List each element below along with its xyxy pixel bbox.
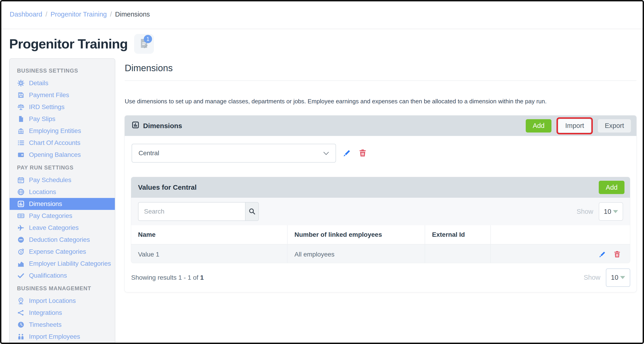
footer-page-size-select[interactable]: 10 (606, 268, 630, 287)
floppy-disk-icon (17, 91, 25, 99)
search-input[interactable] (138, 202, 245, 221)
notes-count-badge: 1 (144, 35, 152, 43)
sidebar-item-label: Leave Categories (29, 224, 78, 232)
sidebar-item-integrations[interactable]: Integrations (10, 307, 115, 319)
sidebar-item-import-employees[interactable]: Import Employees (10, 331, 115, 342)
sidebar-item-chart-of-accounts[interactable]: Chart Of Accounts (10, 137, 115, 149)
map-pin-icon (17, 297, 25, 305)
table-row: Value 1 All employees (131, 244, 630, 263)
results-total: 1 (200, 274, 204, 281)
header-divider (2, 29, 642, 29)
chevron-down-icon (323, 150, 329, 157)
sidebar-item-label: Deduction Categories (29, 236, 90, 244)
page-size-select[interactable]: 10 (599, 202, 623, 221)
page-size-value: 10 (604, 208, 611, 216)
list-icon (17, 139, 25, 147)
sidebar-item-label: Opening Balances (29, 151, 81, 158)
import-button-highlight-annotation: Import (556, 117, 593, 134)
sidebar-item-label: Dimensions (29, 200, 62, 208)
search-icon (248, 208, 256, 216)
linked-employees-cell: All employees (288, 244, 425, 263)
caret-down-icon (620, 276, 625, 279)
sidebar-item-payment-files[interactable]: Payment Files (10, 89, 115, 101)
bar-chart-icon (17, 200, 25, 208)
results-footer: Showing results 1 - 1 of 1 Show 10 (131, 263, 630, 292)
sidebar-item-leave-categories[interactable]: Leave Categories (10, 222, 115, 234)
plane-icon (17, 224, 25, 232)
edit-value-button[interactable] (598, 250, 606, 259)
sidebar-item-pay-categories[interactable]: Pay Categories (10, 210, 115, 222)
scales-icon (17, 103, 25, 111)
sidebar-item-label: Payment Files (29, 92, 69, 99)
sidebar-section-business-settings: BUSINESS SETTINGS (10, 68, 115, 74)
sidebar-item-label: Employer Liability Categories (29, 260, 111, 267)
sidebar-item-label: Pay Slips (29, 115, 55, 123)
dimensions-panel-header: Dimensions Add Import Export (125, 116, 636, 136)
sidebar-item-pay-slips[interactable]: Pay Slips (10, 113, 115, 125)
dimension-select[interactable]: Central (132, 144, 336, 162)
section-divider (125, 80, 636, 81)
page-title: Progenitor Training (9, 34, 128, 54)
column-header-name: Name (131, 225, 288, 244)
sidebar-item-opening-balances[interactable]: Opening Balances (10, 149, 115, 161)
add-value-button[interactable]: Add (599, 181, 624, 194)
sidebar-item-expense-categories[interactable]: $ Expense Categories (10, 246, 115, 258)
check-icon (17, 272, 25, 280)
dimensions-panel-title: Dimensions (143, 122, 182, 130)
sidebar-item-label: Locations (29, 188, 56, 196)
sidebar-item-locations[interactable]: Locations (10, 186, 115, 198)
import-button[interactable]: Import (558, 119, 591, 132)
delete-value-button[interactable] (613, 250, 621, 259)
sidebar-item-deduction-categories[interactable]: Deduction Categories (10, 234, 115, 246)
sidebar-item-label: Chart Of Accounts (29, 139, 80, 146)
export-button[interactable]: Export (598, 119, 631, 132)
bar-chart-icon (132, 121, 140, 130)
notes-button[interactable]: 1 (134, 34, 154, 54)
breadcrumb-separator: / (46, 10, 47, 18)
sidebar-item-ird-settings[interactable]: IRD Settings (10, 101, 115, 113)
wallet-icon (17, 151, 25, 159)
breadcrumb-progenitor-training[interactable]: Progenitor Training (50, 10, 107, 18)
svg-text:$: $ (20, 250, 22, 254)
sidebar-item-label: Employing Entities (29, 127, 81, 134)
sidebar-item-label: Expense Categories (29, 248, 86, 255)
sidebar-item-employer-liability-categories[interactable]: Employer Liability Categories (10, 258, 115, 270)
sidebar-item-label: Pay Schedules (29, 176, 71, 184)
sidebar-item-employing-entities[interactable]: Employing Entities (10, 125, 115, 137)
sidebar-item-dimensions[interactable]: Dimensions (10, 198, 115, 210)
page-size-value: 10 (611, 274, 618, 281)
sidebar-item-qualifications[interactable]: Qualifications (10, 270, 115, 282)
sidebar-item-timesheets[interactable]: Timesheets (10, 319, 115, 331)
people-icon (17, 333, 25, 340)
values-panel: Values for Central Add Show 10 (131, 177, 630, 263)
settings-sidebar: BUSINESS SETTINGS Details Payment Files … (9, 58, 115, 343)
add-dimension-button[interactable]: Add (526, 119, 552, 132)
search-button[interactable] (245, 202, 259, 221)
table-header-row: Name Number of linked employees External… (131, 225, 630, 244)
edit-dimension-button[interactable] (342, 148, 352, 158)
column-header-external-id: External Id (425, 225, 491, 244)
gear-icon (17, 79, 25, 87)
column-header-linked-employees: Number of linked employees (288, 225, 425, 244)
sidebar-item-label: Import Locations (29, 297, 76, 304)
values-toolbar: Show 10 (131, 198, 630, 225)
breadcrumb-separator: / (110, 10, 112, 18)
sidebar-item-label: Pay Categories (29, 212, 72, 220)
dimensions-panel: Dimensions Add Import Export Central (125, 116, 636, 292)
branch-icon (17, 309, 25, 317)
minus-circle-icon (17, 236, 25, 244)
column-header-actions (491, 225, 630, 244)
dimension-select-value: Central (138, 150, 159, 157)
caret-down-icon (613, 210, 618, 213)
sidebar-item-pay-schedules[interactable]: Pay Schedules (10, 174, 115, 186)
sidebar-item-label: Timesheets (29, 321, 62, 328)
pencil-icon (598, 250, 606, 259)
values-panel-title: Values for Central (138, 184, 196, 191)
delete-dimension-button[interactable] (358, 148, 367, 158)
page-section-heading: Dimensions (125, 63, 173, 73)
value-name-cell: Value 1 (131, 244, 288, 263)
globe-icon (17, 188, 25, 196)
breadcrumb-dashboard[interactable]: Dashboard (10, 10, 42, 18)
sidebar-item-import-locations[interactable]: Import Locations (10, 295, 115, 307)
sidebar-item-details[interactable]: Details (10, 77, 115, 89)
